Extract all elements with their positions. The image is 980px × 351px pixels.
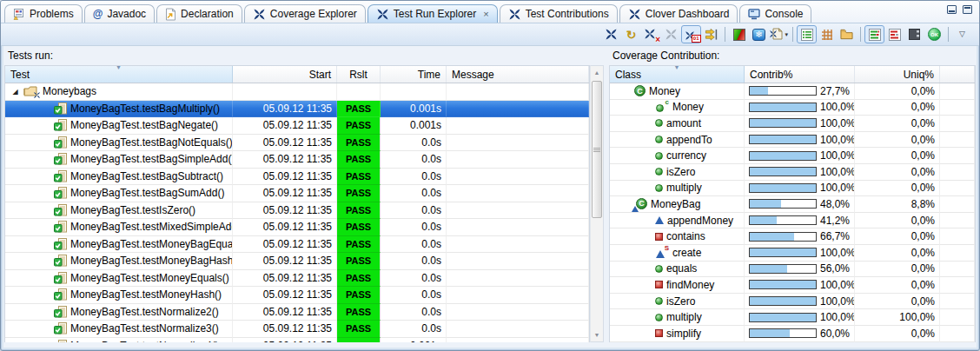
report-icon[interactable]: ▾ — [769, 25, 789, 43]
tab-test-contributions[interactable]: Test Contributions — [500, 4, 618, 23]
test-message-cell — [447, 236, 589, 254]
reorder-columns-icon[interactable] — [701, 25, 721, 43]
column-header-start[interactable]: Start — [233, 66, 337, 83]
test-result-cell: PASS — [337, 270, 381, 288]
coverage-row[interactable]: appendMoney41,2%0,0% — [610, 213, 975, 229]
test-row[interactable]: MoneyBagTest.testMixedSimpleAdd()05.09.1… — [5, 219, 589, 236]
tab-clover-dashboard[interactable]: Clover Dashboard — [619, 4, 738, 23]
scrollbar-thumb[interactable] — [592, 81, 602, 218]
dropdown-arrow-icon[interactable]: ▾ — [785, 31, 788, 38]
test-result-cell: PASS — [337, 185, 381, 202]
ok-status-icon[interactable]: OK — [924, 25, 944, 43]
refresh-icon[interactable]: ↻ — [621, 25, 641, 43]
remove-all-coverage-icon[interactable] — [661, 25, 681, 43]
test-row[interactable]: MoneyBagTest.testBagMultiply()05.09.12 1… — [5, 101, 589, 118]
test-message-cell — [447, 151, 589, 169]
snowflake-icon[interactable]: ❄ — [749, 25, 769, 43]
tab-problems[interactable]: Problems — [4, 4, 83, 23]
suite-row[interactable]: ◢Moneybags — [5, 83, 589, 101]
test-icon — [54, 272, 67, 284]
test-row[interactable]: MoneyBagTest.testMoneyBagEquals()05.09.1… — [5, 236, 589, 254]
maximize-icon[interactable] — [963, 5, 972, 14]
coverage-row[interactable]: appendTo100,0%0,0% — [610, 132, 975, 149]
test-row[interactable]: MoneyBagTest.testMoneyHash()05.09.12 11:… — [5, 287, 589, 304]
collapse-arrow-icon[interactable]: ◢ — [10, 88, 20, 96]
column-header-test[interactable]: ▼Test — [5, 66, 233, 83]
contrib-value: 100,0% — [820, 117, 855, 129]
tab-coverage-explorer[interactable]: Coverage Explorer — [244, 4, 366, 23]
coverage-row[interactable]: multiply100,0%100,0% — [610, 309, 975, 326]
coverage-row[interactable]: amount100,0%0,0% — [610, 116, 975, 132]
test-name-cell: MoneyBagTest.testBagSubtract() — [5, 169, 233, 186]
coverage-name-cell: CMoneyBag — [610, 196, 745, 213]
package-view-icon[interactable] — [837, 25, 857, 43]
remove-coverage-icon[interactable]: × — [641, 25, 661, 43]
test-name: MoneyBagTest.testMoneyHash() — [70, 288, 222, 301]
column-header-class[interactable]: ▼Class — [610, 66, 745, 83]
coverage-gradient-icon[interactable] — [729, 25, 749, 43]
test-row[interactable]: MoneyBagTest.testBagSubtract()05.09.12 1… — [5, 169, 589, 186]
test-row[interactable]: MoneyBagTest.testBagNegate()05.09.12 11:… — [5, 117, 589, 135]
test-start-cell: 05.09.12 11:35 — [233, 287, 337, 304]
scroll-down-icon[interactable]: ▼ — [591, 328, 603, 341]
coverage-row[interactable]: CMoney27,7%0,0% — [610, 83, 975, 100]
contrib-value: 66,7% — [820, 230, 850, 242]
contrib-bar-fill — [750, 103, 816, 111]
test-row[interactable]: MoneyBagTest.testBagSimpleAdd()05.09.12 … — [5, 151, 589, 169]
test-time-cell: 0.0s — [381, 219, 447, 236]
method-protected-icon — [655, 216, 664, 224]
vertical-scrollbar[interactable]: ▲ ▼ — [590, 65, 604, 342]
coverage-row[interactable]: simplify60,0%0,0% — [610, 326, 975, 342]
test-row[interactable]: MoneyBagTest.testNormalize3()05.09.12 11… — [5, 321, 589, 338]
coverage-row[interactable]: contains66,7%0,0% — [610, 228, 975, 245]
grid-view-icon[interactable] — [817, 25, 837, 43]
contrib-bar-fill — [750, 200, 781, 208]
suite-name: Moneybags — [43, 85, 96, 97]
coverage-spacer-cell — [940, 164, 975, 181]
tab-console[interactable]: Console — [739, 4, 811, 23]
coverage-row[interactable]: findMoney100,0%0,0% — [610, 277, 975, 294]
test-row[interactable]: MoneyBagTest.testNormalize4()05.09.12 11… — [5, 338, 589, 343]
coverage-row[interactable]: Screate100,0%0,0% — [610, 245, 975, 262]
tab-test-run-explorer[interactable]: Test Run Explorer× — [368, 4, 498, 23]
column-header-time[interactable]: Time — [381, 66, 447, 83]
coverage-row[interactable]: CMoneyBag48,0%8,8% — [610, 196, 975, 213]
contrib-cell: 100,0% — [745, 116, 855, 132]
coverage-row[interactable]: multiply100,0%0,0% — [610, 181, 975, 197]
column-header-message[interactable]: Message — [447, 66, 589, 83]
clover-icon[interactable] — [601, 25, 621, 43]
coverage-row[interactable]: isZero100,0%0,0% — [610, 164, 975, 181]
list-view-icon[interactable] — [797, 25, 817, 43]
failed-bars-icon[interactable] — [884, 25, 904, 43]
test-row[interactable]: MoneyBagTest.testBagNotEquals()05.09.12 … — [5, 135, 589, 152]
coverage-row[interactable]: equals56,0%0,0% — [610, 262, 975, 278]
coverage-row[interactable]: currency100,0%0,0% — [610, 148, 975, 164]
column-header-rslt[interactable]: Rslt — [337, 66, 381, 83]
view-menu-icon[interactable]: ▽ — [952, 25, 972, 43]
test-row[interactable]: MoneyBagTest.testIsZero()05.09.12 11:35P… — [5, 202, 589, 220]
test-row[interactable]: MoneyBagTest.testMoneyBagHash()05.09.12 … — [5, 253, 589, 270]
close-icon[interactable]: × — [483, 9, 488, 19]
coverage-bars-icon[interactable] — [864, 25, 884, 43]
tab-javadoc[interactable]: @Javadoc — [84, 4, 155, 23]
test-icon — [54, 103, 67, 115]
uncovered-view-icon[interactable] — [904, 25, 924, 43]
test-row[interactable]: MoneyBagTest.testMoneyEquals()05.09.12 1… — [5, 270, 589, 288]
tab-declaration[interactable]: Declaration — [156, 4, 242, 23]
scroll-up-icon[interactable]: ▲ — [591, 66, 603, 79]
test-time-cell: 0.001s — [381, 338, 447, 343]
test-name-cell: MoneyBagTest.testMoneyHash() — [5, 287, 233, 304]
coverage-row[interactable]: cMoney100,0%0,0% — [610, 100, 975, 116]
test-row[interactable]: MoneyBagTest.testBagSumAdd()05.09.12 11:… — [5, 185, 589, 202]
column-header-uniq[interactable]: Uniq% — [855, 66, 940, 83]
column-header-label: Message — [452, 69, 494, 81]
test-result-cell: PASS — [337, 287, 381, 304]
column-header-spacer[interactable] — [940, 66, 975, 83]
column-header-contrib[interactable]: Contrib% — [745, 66, 855, 83]
filter-test-run-icon[interactable]: 01 — [681, 25, 701, 43]
contrib-cell: 56,0% — [745, 262, 855, 278]
test-row[interactable]: MoneyBagTest.testNormalize2()05.09.12 11… — [5, 304, 589, 321]
minimize-icon[interactable] — [947, 5, 957, 14]
coverage-element-name: contains — [666, 230, 705, 242]
coverage-row[interactable]: isZero100,0%0,0% — [610, 294, 975, 310]
